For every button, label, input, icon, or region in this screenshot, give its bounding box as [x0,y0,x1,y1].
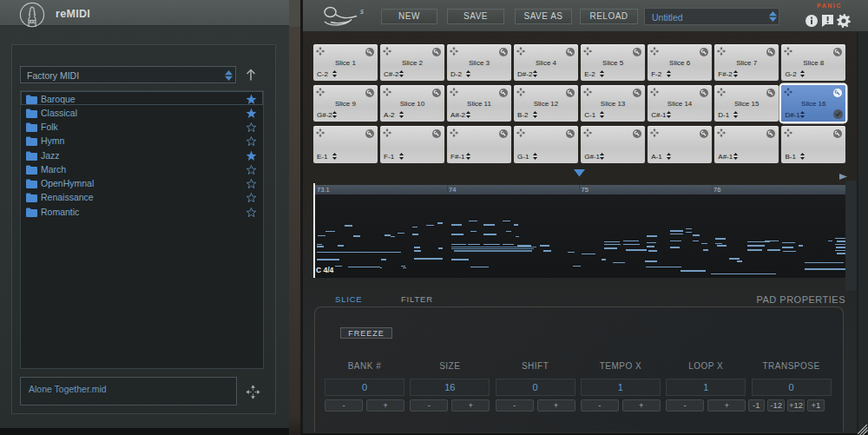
svg-text:s: s [360,6,364,16]
